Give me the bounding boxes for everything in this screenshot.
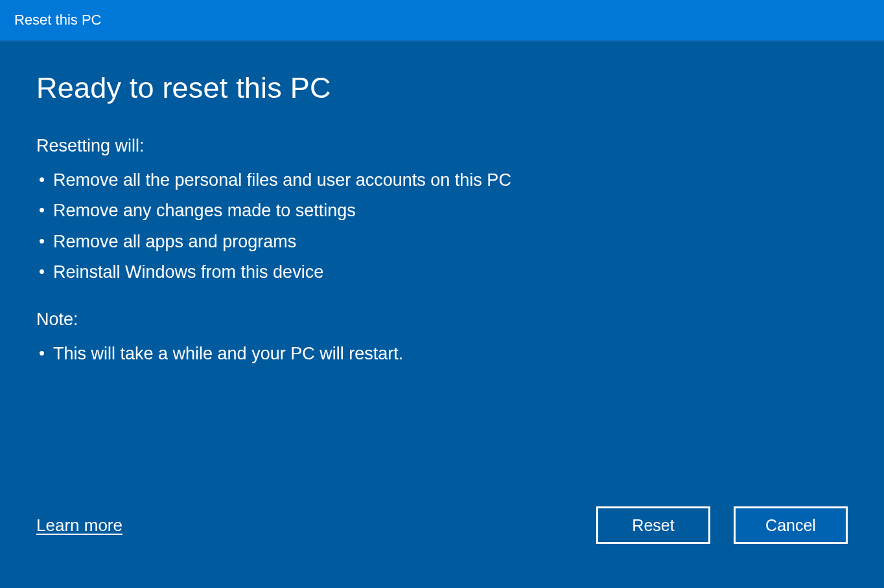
list-item: Remove all apps and programs — [36, 227, 848, 257]
reset-button[interactable]: Reset — [596, 506, 710, 544]
list-item: Reinstall Windows from this device — [36, 257, 848, 288]
titlebar: Reset this PC — [0, 0, 884, 41]
dialog-content: Ready to reset this PC Resetting will: R… — [0, 41, 884, 588]
list-item: Remove all the personal files and user a… — [36, 165, 848, 196]
learn-more-link[interactable]: Learn more — [36, 515, 122, 536]
reset-pc-dialog: Reset this PC Ready to reset this PC Res… — [0, 0, 884, 588]
note-list: This will take a while and your PC will … — [36, 339, 848, 369]
page-heading: Ready to reset this PC — [36, 71, 848, 105]
note-label: Note: — [36, 310, 848, 330]
resetting-label: Resetting will: — [36, 136, 848, 156]
dialog-footer: Learn more Reset Cancel — [36, 506, 848, 570]
resetting-list: Remove all the personal files and user a… — [36, 165, 848, 288]
titlebar-title: Reset this PC — [14, 12, 102, 28]
list-item: This will take a while and your PC will … — [36, 339, 848, 369]
dialog-buttons: Reset Cancel — [596, 506, 848, 544]
list-item: Remove any changes made to settings — [36, 196, 848, 226]
cancel-button[interactable]: Cancel — [734, 506, 848, 544]
